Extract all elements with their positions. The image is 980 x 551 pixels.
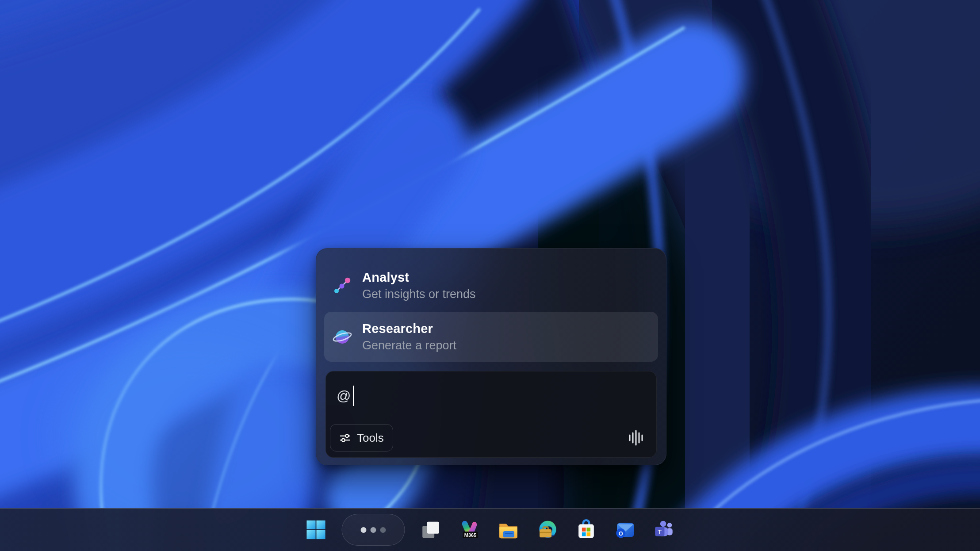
teams-button[interactable]: T [651,517,678,543]
tools-label: Tools [357,431,384,445]
outlook-icon: O [614,518,637,541]
agent-subtitle: Get insights or trends [362,287,476,302]
m365-copilot-button[interactable]: M365 [456,517,483,543]
agent-list: Analyst Get insights or trends [316,249,666,362]
agent-item-researcher[interactable]: Researcher Generate a report [324,312,658,362]
agent-subtitle: Generate a report [362,338,456,353]
researcher-planet-icon [332,327,352,347]
input-line: @ [337,386,354,406]
tools-button[interactable]: Tools [330,424,393,452]
teams-letter: T [658,528,662,535]
sliders-icon [339,432,351,444]
microsoft-store-icon [575,518,598,541]
outlook-letter: O [619,531,623,537]
taskbar-items: M365 [303,509,678,551]
copilot-agent-popup: Analyst Get insights or trends [316,248,666,465]
m365-copilot-icon: M365 [458,518,482,542]
agent-text: Researcher Generate a report [362,321,456,353]
windows-logo-icon [306,520,326,540]
ellipsis-dot [371,527,376,533]
m365-badge-label: M365 [464,532,477,538]
ellipsis-dot [361,527,367,533]
copilot-pill[interactable] [342,514,405,546]
outlook-button[interactable]: O [612,517,639,543]
task-view-button[interactable] [417,517,444,543]
voice-input-icon[interactable] [627,429,645,447]
text-cursor [353,386,354,406]
task-view-icon [419,518,442,541]
agent-title: Analyst [362,269,476,285]
agent-item-analyst[interactable]: Analyst Get insights or trends [324,260,658,310]
start-button[interactable] [303,517,329,543]
microsoft-store-button[interactable] [573,517,600,543]
edge-work-button[interactable] [534,517,561,543]
copilot-input-box[interactable]: @ Tools [325,371,657,458]
analyst-trend-icon [332,276,352,296]
agent-title: Researcher [362,321,456,337]
edge-briefcase-icon [536,518,559,541]
taskbar: M365 [0,508,980,551]
teams-icon: T [653,518,676,541]
file-explorer-button[interactable] [495,517,522,543]
input-text: @ [337,388,351,404]
file-explorer-icon [497,518,520,541]
agent-text: Analyst Get insights or trends [362,269,476,302]
ellipsis-dot [380,527,386,533]
